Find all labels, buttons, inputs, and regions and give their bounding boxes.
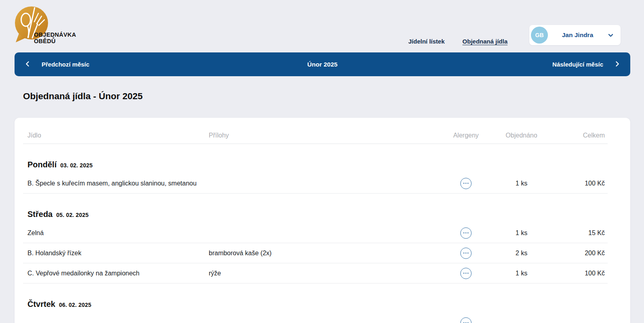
previous-month-label: Předchozí měsíc <box>42 61 89 68</box>
day-name: Pondělí <box>27 160 57 169</box>
day-section: Čtvrtek 06. 02. 2025 <box>23 300 608 323</box>
next-month-label: Následující měsíc <box>552 61 603 68</box>
next-month-button[interactable]: Následující měsíc <box>552 60 621 69</box>
app-title: OBJEDNÁVKA OBĚDŮ <box>34 31 76 44</box>
meal-total: 100 Kč <box>547 180 608 187</box>
table-header-row: Jídlo Přílohy Alergeny Objednáno Celkem <box>23 123 608 144</box>
meal-ordered: 1 ks <box>496 229 547 237</box>
day-section: Pondělí 03. 02. 2025 B. Špecle s kuřecím… <box>23 160 608 194</box>
column-header-allergens: Alergeny <box>436 132 496 139</box>
page-title: Objednaná jídla - Únor 2025 <box>23 91 644 102</box>
column-header-total: Celkem <box>547 132 608 139</box>
meal-name: Zelná <box>23 229 204 237</box>
day-rows: B. Špecle s kuřecím masem, anglickou sla… <box>23 173 608 194</box>
meal-ordered: 1 ks <box>496 180 547 187</box>
allergens-button[interactable] <box>460 268 472 279</box>
allergens-button[interactable] <box>460 227 472 239</box>
ellipsis-icon <box>464 273 469 274</box>
meal-total: 100 Kč <box>547 270 608 277</box>
day-name: Středa <box>27 210 52 219</box>
allergens-button[interactable] <box>460 317 472 323</box>
day-name: Čtvrtek <box>27 300 55 309</box>
meal-name: B. Holandský řízek <box>23 250 204 257</box>
table-row <box>23 313 608 323</box>
month-navigation-bar: Předchozí měsíc Únor 2025 Následující mě… <box>15 52 630 76</box>
day-heading: Pondělí 03. 02. 2025 <box>23 160 608 169</box>
chevron-left-icon <box>24 60 31 69</box>
meal-ordered: 2 ks <box>496 250 547 257</box>
day-sections: Pondělí 03. 02. 2025 B. Špecle s kuřecím… <box>23 160 608 323</box>
chevron-right-icon <box>614 60 621 69</box>
meal-name: C. Vepřové medailonky na žampionech <box>23 270 204 277</box>
meal-sides: bramborová kaše (2x) <box>204 250 436 257</box>
avatar: GB <box>531 27 548 44</box>
meal-name: B. Špecle s kuřecím masem, anglickou sla… <box>23 180 204 187</box>
meal-sides: rýže <box>204 270 436 277</box>
chevron-down-icon <box>607 32 614 39</box>
nav-ordered-meals-link[interactable]: Objednaná jídla <box>462 38 508 45</box>
day-rows: Zelná 1 ks 15 Kč B. Holandský řízek bram… <box>23 223 608 283</box>
table-row: B. Špecle s kuřecím masem, anglickou sla… <box>23 173 608 194</box>
previous-month-button[interactable]: Předchozí měsíc <box>24 60 89 69</box>
column-header-ordered: Objednáno <box>496 132 547 139</box>
user-menu[interactable]: GB Jan Jindra <box>529 25 621 45</box>
meal-ordered: 1 ks <box>496 270 547 277</box>
table-row: B. Holandský řízek bramborová kaše (2x) … <box>23 243 608 263</box>
app-header: OBJEDNÁVKA OBĚDŮ Jídelní lístek Objednan… <box>0 0 644 52</box>
column-header-sides: Přílohy <box>204 132 436 139</box>
ellipsis-icon <box>464 252 469 254</box>
meal-total: 200 Kč <box>547 250 608 257</box>
allergens-button[interactable] <box>460 248 472 259</box>
ellipsis-icon <box>464 232 469 233</box>
day-heading: Středa 05. 02. 2025 <box>23 210 608 219</box>
current-month-label: Únor 2025 <box>15 61 630 68</box>
day-section: Středa 05. 02. 2025 Zelná 1 ks 15 Kč B. … <box>23 210 608 283</box>
day-date: 06. 02. 2025 <box>59 302 91 308</box>
allergens-button[interactable] <box>460 178 472 189</box>
orders-card: Jídlo Přílohy Alergeny Objednáno Celkem … <box>15 118 630 323</box>
column-header-meal: Jídlo <box>23 132 204 139</box>
nav-menu-link[interactable]: Jídelní lístek <box>408 38 445 45</box>
table-row: C. Vepřové medailonky na žampionech rýže… <box>23 263 608 283</box>
day-date: 05. 02. 2025 <box>56 212 88 218</box>
table-row: Zelná 1 ks 15 Kč <box>23 223 608 243</box>
main-nav: Jídelní lístek Objednaná jídla <box>408 38 508 45</box>
day-date: 03. 02. 2025 <box>60 162 92 169</box>
day-heading: Čtvrtek 06. 02. 2025 <box>23 300 608 309</box>
day-rows <box>23 313 608 323</box>
ellipsis-icon <box>464 183 469 184</box>
app-logo[interactable]: OBJEDNÁVKA OBĚDŮ <box>13 5 102 49</box>
meal-total: 15 Kč <box>547 229 608 237</box>
user-name: Jan Jindra <box>548 31 607 39</box>
